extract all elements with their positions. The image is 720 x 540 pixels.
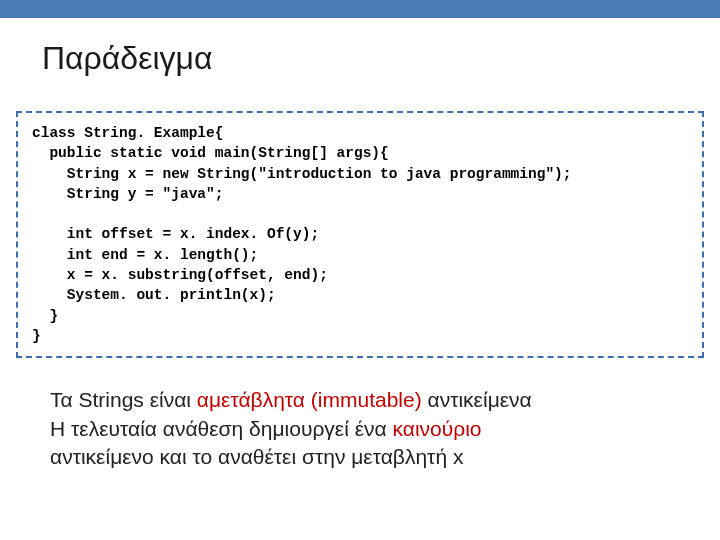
code-line: int end = x. length();	[32, 247, 258, 263]
code-line: String x = new String(	[32, 166, 258, 182]
code-line: public static void main(String[] args){	[32, 145, 389, 161]
code-line: System. out. println(x);	[32, 287, 276, 303]
explain-text: Τα Strings είναι	[50, 388, 197, 411]
highlight-new: καινούριο	[393, 417, 482, 440]
highlight-immutable: αμετάβλητα (immutable)	[197, 388, 422, 411]
code-string-literal: "java"	[163, 186, 215, 202]
code-string-literal: "introduction to java programming"	[258, 166, 554, 182]
code-line: }	[32, 308, 58, 324]
code-line: x = x. substring(offset, end);	[32, 267, 328, 283]
explain-line-2: Η τελευταία ανάθεση δημιουργεί ένα καινο…	[50, 415, 720, 443]
explain-text: Η τελευταία ανάθεση δημιουργεί ένα	[50, 417, 393, 440]
accent-bar	[0, 0, 720, 18]
code-example-box: class String. Example{ public static voi…	[16, 111, 704, 358]
explain-line-1: Τα Strings είναι αμετάβλητα (immutable) …	[50, 386, 720, 414]
explain-text: αντικείμενα	[422, 388, 532, 411]
code-line: String y =	[32, 186, 163, 202]
code-line: ;	[215, 186, 224, 202]
slide-title: Παράδειγμα	[0, 18, 720, 77]
code-line: }	[32, 328, 41, 344]
code-line: );	[554, 166, 571, 182]
code-line: int offset = x. index. Of(y);	[32, 226, 319, 242]
explanation-text: Τα Strings είναι αμετάβλητα (immutable) …	[50, 386, 720, 471]
code-line: class String. Example{	[32, 125, 223, 141]
explain-line-3: αντικείμενο και το αναθέτει στην μεταβλη…	[50, 443, 720, 471]
